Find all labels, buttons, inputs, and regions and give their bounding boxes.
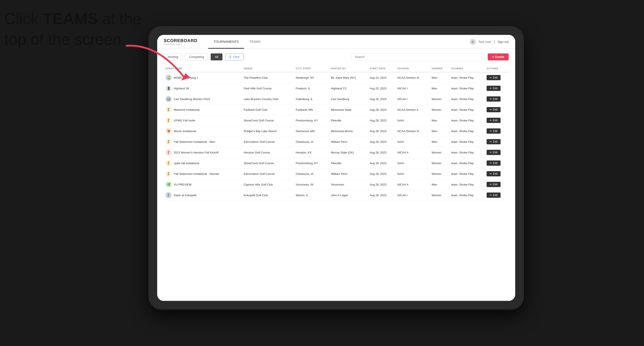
scoring-cell: team, Stroke Play <box>450 169 485 179</box>
actions-cell: ✏ Edit <box>485 115 509 126</box>
city-state-cell: Galesburg, IL <box>294 94 329 104</box>
gender-cell: Men <box>430 179 450 190</box>
scoring-cell: team, Stroke Play <box>450 104 485 115</box>
edit-button[interactable]: ✏ Edit <box>486 75 500 80</box>
all-button[interactable]: All <box>211 53 222 60</box>
actions-cell: ✏ Edit <box>485 72 509 83</box>
top-nav: SCOREBOARD Powered by clippit TOURNAMENT… <box>157 35 515 49</box>
table-row: 🏌 Maverick Invitational Faribault Golf C… <box>164 104 509 115</box>
division-cell: NICAA II <box>396 147 430 158</box>
edit-icon: ✏ <box>490 172 492 175</box>
filter-icon: ☰ <box>229 55 232 59</box>
event-name-label: VU PREVIEW <box>174 183 192 186</box>
edit-button[interactable]: ✏ Edit <box>486 107 500 112</box>
tab-teams[interactable]: TEAMS <box>244 35 266 49</box>
nav-tabs: TOURNAMENTS TEAMS <box>208 35 266 49</box>
col-start-date: START DATE <box>368 65 396 72</box>
filter-button[interactable]: ☰ Filter <box>225 53 244 60</box>
city-state-cell: Hesston, KS <box>294 147 329 158</box>
hosted-by-cell: William Penn <box>329 169 368 179</box>
logo-text: SCOREBOARD <box>164 38 197 43</box>
competing-button[interactable]: Competing <box>185 53 208 60</box>
start-date-cell: Aug 28, 2023 <box>368 147 396 158</box>
search-input[interactable] <box>352 53 482 61</box>
tab-tournaments[interactable]: TOURNAMENTS <box>208 35 244 49</box>
hosted-by-cell: Minnesota State <box>329 104 368 115</box>
venue-cell: Lake Bracken Country Club <box>242 94 294 104</box>
table-row: 🏫 Carl Sandburg Women FA23 Lake Bracken … <box>164 94 509 104</box>
scoring-cell: team, Stroke Play <box>450 137 485 147</box>
venue-cell: Edmundson Golf Course <box>242 169 294 179</box>
table-row: 🏌 2023 Women's Hesston Fall Kickoff Hess… <box>164 147 509 158</box>
settings-icon[interactable]: ⚙ <box>470 39 476 45</box>
city-state-cell: Prestonsburg, KY <box>294 115 329 126</box>
scoring-cell: team, Stroke Play <box>450 115 485 126</box>
start-date-cell: Aug 28, 2023 <box>368 126 396 137</box>
table-row: 👤 Highland 36 Park Hills Golf Course Fre… <box>164 83 509 94</box>
table-header-row: EVENT NAME VENUE CITY, STATE HOSTED BY S… <box>164 65 509 72</box>
division-cell: NAIA <box>396 137 430 147</box>
actions-cell: ✏ Edit <box>485 158 509 169</box>
actions-cell: ✏ Edit <box>485 94 509 104</box>
event-name-label: UPIKE Fall Invite <box>174 119 195 122</box>
city-state-cell: Vincennes, IN <box>294 179 329 190</box>
col-gender: GENDER <box>430 65 450 72</box>
start-date-cell: Aug 28, 2023 <box>368 137 396 147</box>
venue-cell: Edmundson Golf Course <box>242 137 294 147</box>
table-row: ⛳ MSMC Qualifying 1 The Powelton Club Ne… <box>164 72 509 83</box>
create-button[interactable]: + Create <box>488 53 509 60</box>
division-cell: NICAA I <box>396 190 430 200</box>
event-name-cell: 🏫 Carl Sandburg Women FA23 <box>164 94 242 104</box>
edit-icon: ✏ <box>490 183 492 186</box>
gender-cell: Men <box>430 126 450 137</box>
city-state-cell: Deerwood, MN <box>294 126 329 137</box>
col-venue: VENUE <box>242 65 294 72</box>
tournaments-table: EVENT NAME VENUE CITY, STATE HOSTED BY S… <box>164 65 509 200</box>
event-icon: 👤 <box>166 85 172 91</box>
scoring-cell: team, Stroke Play <box>450 190 485 200</box>
hosting-button[interactable]: Hosting <box>164 53 182 60</box>
hosted-by-cell: Vincennes <box>329 179 368 190</box>
edit-icon: ✏ <box>490 97 492 101</box>
event-name-label: Morris Invitational <box>174 130 196 133</box>
tablet-frame: SCOREBOARD Powered by clippit TOURNAMENT… <box>148 26 524 310</box>
actions-cell: ✏ Edit <box>485 147 509 158</box>
edit-icon: ✏ <box>490 108 492 111</box>
sign-out-link[interactable]: Sign out <box>498 40 509 44</box>
start-date-cell: Aug 24, 2023 <box>368 72 396 83</box>
edit-button[interactable]: ✏ Edit <box>486 128 500 134</box>
event-name-label: upike fall invitational <box>174 162 199 165</box>
actions-cell: ✏ Edit <box>485 137 509 147</box>
hosted-by-cell: John A Logan <box>329 190 368 200</box>
edit-button[interactable]: ✏ Edit <box>486 86 500 91</box>
start-date-cell: Aug 25, 2023 <box>368 83 396 94</box>
gender-cell: Men <box>430 137 450 147</box>
edit-button[interactable]: ✏ Edit <box>486 139 500 144</box>
edit-button[interactable]: ✏ Edit <box>486 161 500 166</box>
division-cell: NAIA <box>396 169 430 179</box>
event-icon: ⛳ <box>166 75 172 81</box>
edit-button[interactable]: ✏ Edit <box>486 182 500 187</box>
event-name-cell: 🏌 Klash at Kokopelli <box>164 190 242 200</box>
start-date-cell: Aug 28, 2023 <box>368 104 396 115</box>
scoring-cell: team, Stroke Play <box>450 126 485 137</box>
venue-cell: StoneCrest Golf Course <box>242 158 294 169</box>
edit-icon: ✏ <box>490 87 492 90</box>
event-icon: 🏌 <box>166 149 172 156</box>
edit-icon: ✏ <box>490 76 492 79</box>
event-name-label: Carl Sandburg Women FA23 <box>174 97 210 101</box>
logo-sub: Powered by clippit <box>164 43 197 45</box>
city-state-cell: Faribault, MN <box>294 104 329 115</box>
edit-button[interactable]: ✏ Edit <box>486 118 500 123</box>
venue-cell: Faribault Golf Club <box>242 104 294 115</box>
actions-cell: ✏ Edit <box>485 179 509 190</box>
actions-cell: ✏ Edit <box>485 169 509 179</box>
start-date-cell: Aug 28, 2023 <box>368 169 396 179</box>
edit-button[interactable]: ✏ Edit <box>486 192 500 198</box>
gender-cell: Men <box>430 83 450 94</box>
nav-separator: | <box>494 40 495 44</box>
edit-button[interactable]: ✏ Edit <box>486 96 500 102</box>
nav-right: ⚙ Test User | Sign out <box>470 39 509 45</box>
edit-button[interactable]: ✏ Edit <box>486 150 500 155</box>
edit-button[interactable]: ✏ Edit <box>486 171 500 176</box>
